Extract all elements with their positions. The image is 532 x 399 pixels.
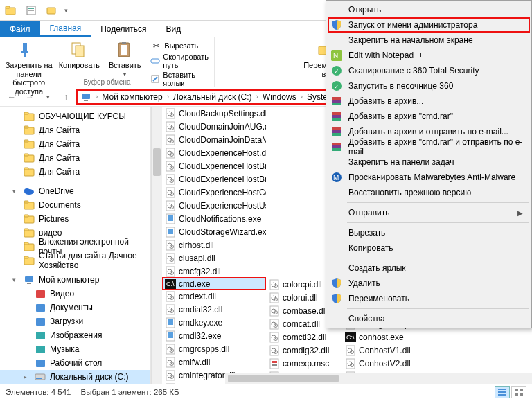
file-list-hscrollbar[interactable] <box>225 373 532 384</box>
tab-view[interactable]: Вид <box>156 21 190 37</box>
btn-copypath[interactable]: Скопировать путь <box>150 53 210 69</box>
navtree-folder[interactable]: Для Сайта <box>0 137 150 151</box>
svg-rect-41 <box>24 242 28 245</box>
context-menu-item[interactable]: Отправить▶ <box>328 205 530 220</box>
view-details-button[interactable] <box>495 386 510 398</box>
context-menu-item[interactable]: Восстановить прежнюю версию <box>328 185 530 200</box>
context-menu: ОткрытьЗапуск от имени администратораЗак… <box>326 0 532 328</box>
svg-rect-168 <box>498 394 506 396</box>
navtree-folder[interactable]: ОБУЧАЮЩИЕ КУРСЫ <box>0 109 150 123</box>
file-item[interactable]: C:\conhost.exe <box>342 330 446 344</box>
chevron-right-icon: › <box>256 93 258 100</box>
btn-pin-quickaccess[interactable]: Закрепить на панели быстрого доступа <box>4 40 53 96</box>
context-menu-item[interactable]: Создать ярлык <box>328 260 530 276</box>
breadcrumb-part[interactable]: Windows <box>263 92 296 102</box>
navtree-folder[interactable]: Для Сайта <box>0 151 150 165</box>
qat-customize-icon[interactable]: ▾ <box>64 7 68 14</box>
navtree-item[interactable]: Pictures <box>0 212 150 226</box>
navigation-pane[interactable]: ОБУЧАЮЩИЕ КУРСЫДля СайтаДля СайтаДля Сай… <box>0 107 151 384</box>
navtree-folder[interactable]: Для Сайта <box>0 165 150 179</box>
shield-icon <box>330 292 343 305</box>
shield-icon <box>330 19 343 31</box>
tab-share[interactable]: Поделиться <box>91 21 156 37</box>
status-selected-size: 265 КБ <box>154 388 179 396</box>
file-item[interactable]: cmdext.dll <box>162 290 266 303</box>
svg-rect-9 <box>24 53 26 57</box>
svg-rect-13 <box>121 45 127 55</box>
mb-icon: M <box>330 171 343 184</box>
navtree-item[interactable]: Статьи для сайта Дачное Хозяйство <box>0 254 150 267</box>
file-item[interactable]: cmdl32.exe <box>162 329 266 342</box>
context-menu-item[interactable]: Запуск от имени администратора <box>328 17 530 33</box>
svg-rect-53 <box>36 378 42 379</box>
context-menu-item[interactable]: ✓Сканирование с 360 Total Security <box>328 63 530 78</box>
navtree-item[interactable]: Видео <box>0 287 150 301</box>
context-menu-item[interactable]: MПросканировать Malwarebytes Anti-Malwar… <box>328 170 530 185</box>
navtree-item[interactable]: Загрузки <box>0 314 150 328</box>
tab-home[interactable]: Главная <box>40 21 91 37</box>
context-menu-item[interactable]: Добавить в архив "cmd.rar" <box>328 109 530 124</box>
navtree-item[interactable]: Изображения <box>0 328 150 342</box>
context-menu-item[interactable]: Закрепить на панели задач <box>328 154 530 170</box>
file-item[interactable]: comctl32.dll <box>266 330 342 344</box>
view-icons-button[interactable] <box>511 386 526 398</box>
computer-icon <box>24 274 35 285</box>
file-item[interactable]: cmcfg32.dll <box>162 265 266 278</box>
context-menu-item[interactable]: Добавить в архив... <box>328 94 530 109</box>
navtree-onedrive[interactable]: ▾OneDrive <box>0 184 150 198</box>
qat-properties-icon[interactable] <box>25 4 37 17</box>
navtree-item[interactable]: Документы <box>0 301 150 314</box>
btn-cut[interactable]: ✂Вырезать <box>150 40 210 51</box>
file-item[interactable]: ConhostV1.dll <box>342 344 446 357</box>
file-item[interactable]: ConhostV2.dll <box>342 357 446 370</box>
file-item[interactable]: CloudStorageWizard.exe <box>162 225 266 238</box>
file-item[interactable]: CloudNotifications.exe <box>162 212 266 225</box>
context-menu-item[interactable]: Копировать <box>328 240 530 256</box>
file-item[interactable]: cmifw.dll <box>162 355 266 369</box>
navtree-item[interactable]: ▸Локальный диск (C:) <box>0 370 150 384</box>
file-item[interactable]: CloudExperienceHostCommo <box>162 186 266 199</box>
context-menu-item[interactable]: Удалить <box>328 276 530 291</box>
file-item[interactable]: cmgrcspps.dll <box>162 342 266 355</box>
file-item[interactable]: clrhost.dll <box>162 238 266 251</box>
context-menu-item[interactable]: Закрепить на начальном экране <box>328 33 530 48</box>
tab-file[interactable]: Файл <box>0 21 40 37</box>
file-item[interactable]: CloudDomainJoinAUG.dll <box>162 120 266 133</box>
svg-rect-181 <box>332 103 341 105</box>
file-item[interactable]: CloudExperienceHostBroker.e <box>162 172 266 186</box>
navtree-item[interactable]: Documents <box>0 198 150 212</box>
navtree-item[interactable]: Музыка <box>0 342 150 356</box>
file-icon <box>165 357 176 368</box>
context-menu-item[interactable]: NEdit with Notepad++ <box>328 48 530 63</box>
context-menu-item[interactable]: ✓Запустить в песочнице 360 <box>328 78 530 94</box>
file-icon <box>165 108 176 119</box>
qat-newfolder-icon[interactable] <box>46 4 58 17</box>
file-item[interactable]: CloudDomainJoinDataModelS <box>162 133 266 146</box>
context-menu-item[interactable]: Добавить в архив "cmd.rar" и отправить п… <box>328 139 530 154</box>
svg-rect-180 <box>332 97 341 100</box>
context-menu-item[interactable]: Переименовать <box>328 291 530 306</box>
file-item[interactable]: CloudExperienceHost.dll <box>162 146 266 159</box>
navtree-folder[interactable]: Для Сайта <box>0 123 150 137</box>
file-item[interactable]: CloudExperienceHostUser.dll <box>162 199 266 212</box>
file-item[interactable]: cmdial32.dll <box>162 303 266 316</box>
navtree-item[interactable]: Рабочий стол <box>0 356 150 370</box>
svg-rect-14 <box>122 42 126 44</box>
file-item[interactable]: comexp.msc <box>266 357 342 370</box>
context-menu-item[interactable]: Открыть <box>328 2 530 17</box>
file-icon <box>269 319 280 330</box>
btn-copy[interactable]: Копировать <box>59 40 99 70</box>
file-item[interactable]: C:\cmd.exe <box>162 277 266 290</box>
navtree-scrollbar[interactable] <box>151 107 162 384</box>
svg-rect-171 <box>515 393 518 396</box>
file-item[interactable]: comdlg32.dll <box>266 344 342 357</box>
file-item[interactable]: cmdkey.exe <box>162 316 266 329</box>
context-menu-item[interactable]: Свойства <box>328 311 530 326</box>
file-item[interactable]: CloudExperienceHostBroker.d <box>162 159 266 172</box>
file-item[interactable]: CloudBackupSettings.dll <box>162 107 266 120</box>
context-menu-item[interactable]: Вырезать <box>328 225 530 240</box>
file-item[interactable]: clusapi.dll <box>162 251 266 265</box>
svg-rect-169 <box>515 389 518 391</box>
btn-paste[interactable]: Вставить ▾ <box>105 40 145 78</box>
navtree-computer[interactable]: ▾Мой компьютер <box>0 273 150 287</box>
